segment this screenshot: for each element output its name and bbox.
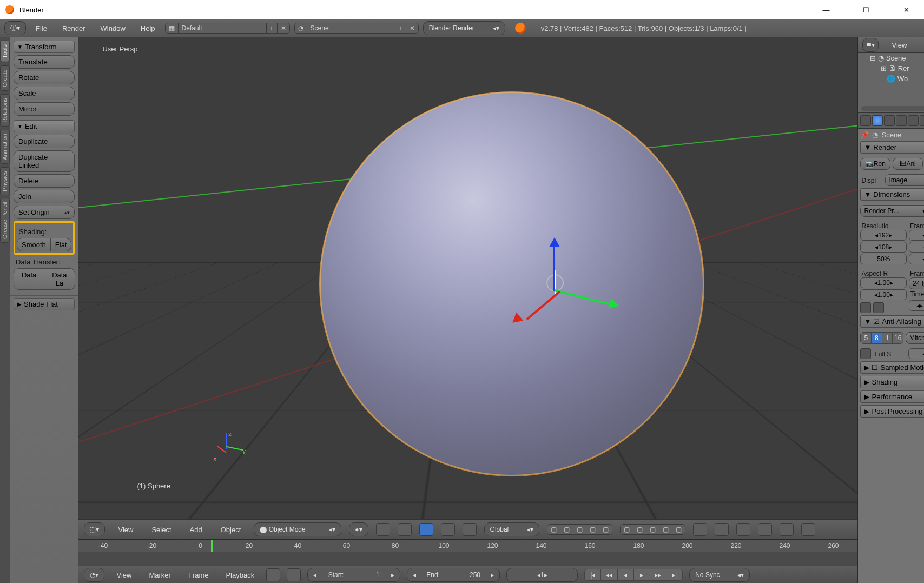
- outliner-scene-row[interactable]: ⊟ ◔ Scene: [858, 53, 924, 63]
- pivot-dropdown[interactable]: [376, 523, 390, 536]
- outliner-menu-search[interactable]: Search: [920, 41, 924, 49]
- rotate-button[interactable]: Rotate: [14, 71, 75, 84]
- panel-header-dimensions[interactable]: ▼Dimensions: [860, 188, 924, 201]
- tab-create[interactable]: Create: [0, 65, 10, 91]
- panel-header-performance[interactable]: ▶Performance: [860, 390, 924, 403]
- autokey-icon[interactable]: [266, 568, 280, 581]
- next-key-icon[interactable]: ▸▸: [650, 569, 666, 580]
- snap-icon[interactable]: [736, 523, 750, 536]
- data-transfer-button[interactable]: Data: [14, 268, 44, 290]
- playhead[interactable]: [211, 540, 213, 552]
- resolution-percent-field[interactable]: 50%: [860, 254, 907, 264]
- scene-remove-button[interactable]: ✕: [406, 23, 418, 33]
- tl-menu-frame[interactable]: Frame: [183, 571, 214, 579]
- frame-current-field[interactable]: ◂ 1 ▸: [506, 568, 578, 582]
- shade-smooth-button[interactable]: Smooth: [17, 238, 51, 251]
- play-rev-icon[interactable]: ◂: [617, 569, 633, 580]
- vp-menu-select[interactable]: Select: [146, 526, 176, 534]
- vp-menu-add[interactable]: Add: [184, 526, 208, 534]
- proportional-edit-icon[interactable]: [715, 523, 729, 536]
- frame-step-field[interactable]: ◂ Fr: 1 ▸: [909, 254, 924, 264]
- tl-menu-view[interactable]: View: [111, 571, 137, 579]
- render-preset-dropdown[interactable]: Render Pr...▾: [860, 205, 924, 217]
- resolution-y-field[interactable]: ◂ 108 ▸: [860, 242, 907, 253]
- timeline-ruler[interactable]: -40-200204060801001201401601802002202402…: [78, 539, 857, 566]
- window-close-button[interactable]: ✕: [894, 6, 919, 14]
- window-maximize-button[interactable]: ☐: [854, 6, 879, 14]
- render-animation-button[interactable]: 🎞Ani: [893, 158, 923, 170]
- mirror-button[interactable]: Mirror: [14, 102, 75, 116]
- outliner-tree[interactable]: + ⊟ ◔ Scene ⊞ 🖻 Rer 🌐 Wo: [858, 53, 924, 112]
- scale-button[interactable]: Scale: [14, 87, 75, 100]
- menu-render[interactable]: Render: [57, 24, 91, 32]
- panel-header-render[interactable]: ▼Render: [860, 141, 924, 154]
- window-minimize-button[interactable]: —: [814, 6, 839, 14]
- render-image-button[interactable]: 📷Ren: [860, 158, 890, 170]
- editor-type-info-icon[interactable]: ⓘ▾: [4, 21, 26, 35]
- outliner-render-layers-row[interactable]: ⊞ 🖻 Rer: [858, 63, 924, 74]
- breadcrumb-scene[interactable]: Scene: [881, 131, 901, 139]
- panel-header-sampled-motion[interactable]: ▶☐ Sampled Motio: [860, 361, 924, 374]
- panel-header-transform[interactable]: ▼Transform: [14, 41, 75, 53]
- panel-header-anti-aliasing[interactable]: ▼☑ Anti-Aliasing: [860, 315, 924, 328]
- opengl-render-icon[interactable]: [780, 523, 794, 536]
- resolution-x-field[interactable]: ◂ 192 ▸: [860, 230, 907, 241]
- transport-controls[interactable]: |◂ ◂◂ ◂ ▸ ▸▸ ▸|: [584, 569, 683, 581]
- scene-dropdown[interactable]: ◔ Scene + ✕: [294, 23, 419, 34]
- tab-tools[interactable]: Tools: [0, 41, 10, 62]
- proptab-render-layers[interactable]: [872, 115, 883, 126]
- join-button[interactable]: Join: [14, 190, 75, 203]
- editor-type-3dview-icon[interactable]: ⬚▾: [84, 522, 105, 536]
- tab-physics[interactable]: Physics: [0, 167, 10, 195]
- duplicate-button[interactable]: Duplicate: [14, 135, 75, 148]
- menu-window[interactable]: Window: [95, 24, 131, 32]
- sphere-object[interactable]: [319, 91, 704, 476]
- frame-end-field[interactable]: ◂ End: 250 ▸: [407, 568, 500, 582]
- tab-relations[interactable]: Relations: [0, 94, 10, 127]
- interaction-mode-dropdown[interactable]: ⬤ Object Mode◂▾: [254, 522, 341, 536]
- vp-menu-view[interactable]: View: [113, 526, 138, 534]
- manipulator-rotate[interactable]: [441, 523, 455, 536]
- snap-target-icon[interactable]: [758, 523, 772, 536]
- lock-camera-icon[interactable]: [693, 523, 707, 536]
- layout-add-button[interactable]: +: [266, 23, 277, 33]
- tl-menu-playback[interactable]: Playback: [220, 571, 260, 579]
- vp-menu-object[interactable]: Object: [215, 526, 247, 534]
- proptab-scene[interactable]: [884, 115, 895, 126]
- shade-flat-button[interactable]: Flat: [51, 238, 72, 251]
- menu-help[interactable]: Help: [135, 24, 161, 32]
- duplicate-linked-button[interactable]: Duplicate Linked: [14, 150, 75, 172]
- pin-icon[interactable]: 📌: [860, 131, 869, 139]
- manipulator-translate[interactable]: [419, 523, 433, 536]
- proptab-object[interactable]: [908, 115, 919, 126]
- manipulator-scale[interactable]: [463, 523, 477, 536]
- 3d-viewport[interactable]: User Persp z y x (1) Sphere: [78, 37, 857, 519]
- outliner-scrollbar[interactable]: [861, 106, 924, 111]
- aspect-y-field[interactable]: ◂ 1.00 ▸: [860, 289, 907, 300]
- rewind-icon[interactable]: |◂: [585, 569, 600, 580]
- render-display-dropdown[interactable]: Image▾: [885, 174, 924, 186]
- outliner-world-row[interactable]: 🌐 Wo: [858, 74, 924, 84]
- lock-icon[interactable]: [287, 568, 301, 581]
- layout-remove-button[interactable]: ✕: [277, 23, 289, 33]
- tab-grease-pencil[interactable]: Grease Pencil: [0, 198, 10, 243]
- proptab-world[interactable]: [896, 115, 907, 126]
- manipulator-toggle[interactable]: [398, 523, 412, 536]
- gizmo-z-axis[interactable]: [553, 243, 555, 292]
- frame-end-prop-field[interactable]: ◂ 250 ▸: [909, 242, 924, 253]
- frame-start-field[interactable]: ◂ Start: 1 ▸: [307, 568, 400, 582]
- aa-filter-dropdown[interactable]: Mitche▾: [906, 332, 924, 344]
- time-old-field[interactable]: ◂▸: [909, 300, 924, 311]
- border-checkbox[interactable]: [860, 302, 871, 313]
- editor-type-outliner-icon[interactable]: ≣▾: [862, 38, 879, 52]
- delete-button[interactable]: Delete: [14, 174, 75, 188]
- outliner-menu-view[interactable]: View: [886, 41, 912, 49]
- tab-animation[interactable]: Animation: [0, 130, 10, 164]
- play-icon[interactable]: ▸: [633, 569, 650, 580]
- aa-samples-buttons[interactable]: 5 8 1 16: [860, 332, 903, 344]
- layer-buttons-top[interactable]: ▢▢▢▢▢: [547, 524, 612, 535]
- panel-header-post-processing[interactable]: ▶Post Processing: [860, 405, 924, 418]
- aspect-x-field[interactable]: ◂ 1.00 ▸: [860, 277, 907, 288]
- viewport-shading-dropdown[interactable]: ●▾: [349, 522, 368, 536]
- set-origin-dropdown[interactable]: Set Origin▴▾: [14, 206, 75, 219]
